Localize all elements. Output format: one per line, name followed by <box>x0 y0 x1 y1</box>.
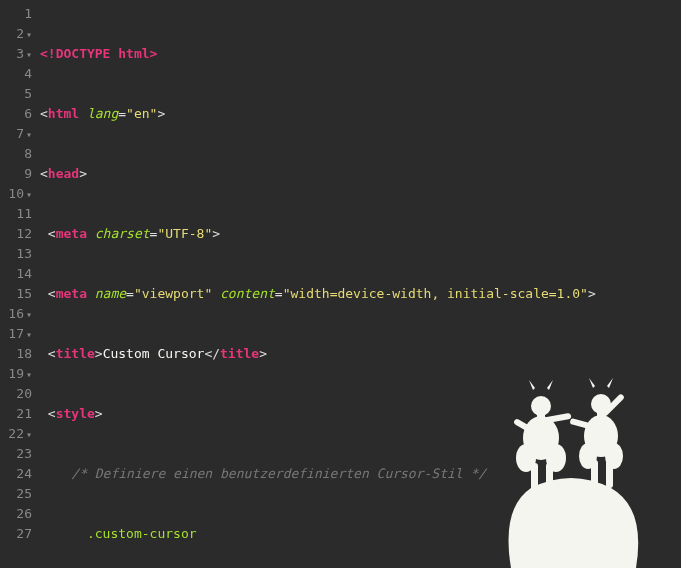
code-editor[interactable]: 1 2▾ 3▾ 4 5 6 7▾ 8 9 10▾ 11 12 13 14 15 … <box>0 0 681 568</box>
line-number: 9 <box>4 164 32 184</box>
line-number: 5 <box>4 84 32 104</box>
line-number: 6 <box>4 104 32 124</box>
code-line[interactable]: <style> <box>40 404 611 424</box>
line-number: 10▾ <box>4 184 32 204</box>
code-line[interactable]: <meta name="viewport" content="width=dev… <box>40 284 611 304</box>
line-gutter: 1 2▾ 3▾ 4 5 6 7▾ 8 9 10▾ 11 12 13 14 15 … <box>0 0 40 568</box>
code-line[interactable]: <html lang="en"> <box>40 104 611 124</box>
code-line[interactable]: <head> <box>40 164 611 184</box>
line-number: 2▾ <box>4 24 32 44</box>
line-number: 13 <box>4 244 32 264</box>
line-number: 19▾ <box>4 364 32 384</box>
code-line[interactable]: <title>Custom Cursor</title> <box>40 344 611 364</box>
line-number: 24 <box>4 464 32 484</box>
line-number: 14 <box>4 264 32 284</box>
code-line[interactable]: /* Definiere einen benutzerdefinierten C… <box>40 464 611 484</box>
code-line[interactable]: .custom-cursor <box>40 524 611 544</box>
line-number: 18 <box>4 344 32 364</box>
line-number: 4 <box>4 64 32 84</box>
line-number: 8 <box>4 144 32 164</box>
line-number: 16▾ <box>4 304 32 324</box>
line-number: 20 <box>4 384 32 404</box>
line-number: 25 <box>4 484 32 504</box>
line-number: 15 <box>4 284 32 304</box>
line-number: 1 <box>4 4 32 24</box>
code-line[interactable]: <meta charset="UTF-8"> <box>40 224 611 244</box>
code-line[interactable]: <!DOCTYPE html> <box>40 44 611 64</box>
line-number: 21 <box>4 404 32 424</box>
line-number: 26 <box>4 504 32 524</box>
line-number: 27 <box>4 524 32 544</box>
line-number: 11 <box>4 204 32 224</box>
code-area[interactable]: <!DOCTYPE html> <html lang="en"> <head> … <box>40 0 611 568</box>
line-number: 3▾ <box>4 44 32 64</box>
line-number: 7▾ <box>4 124 32 144</box>
line-number: 12 <box>4 224 32 244</box>
line-number: 23 <box>4 444 32 464</box>
line-number: 17▾ <box>4 324 32 344</box>
line-number: 22▾ <box>4 424 32 444</box>
